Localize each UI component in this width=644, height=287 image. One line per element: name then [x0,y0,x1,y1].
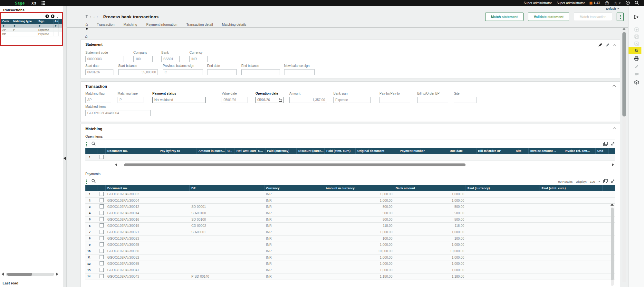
row-checkbox[interactable] [100,261,104,265]
previous-balance-sign-input[interactable]: C [163,69,203,75]
bill-to-order-bp-input[interactable] [417,97,448,103]
start-balance-input[interactable]: 55,000.00 [118,69,158,75]
bank-input[interactable]: SSB01 [161,56,180,62]
column-header[interactable]: Bank amount [394,185,466,191]
company-input[interactable]: 100 [133,56,153,62]
column-header[interactable]: Discount (curre... [297,148,325,154]
section-home-icon[interactable]: ⌂ [85,34,88,39]
row-checkbox[interactable] [100,255,104,259]
next-record-icon[interactable] [51,14,54,18]
operation-date-input[interactable]: 05/01/26 [255,97,284,103]
table-row[interactable]: BPExpense [1,32,62,36]
collapse-panel-icon[interactable] [63,157,66,160]
validate-statement-button[interactable]: Validate statement [528,13,569,21]
favorites-caret-icon[interactable] [619,3,621,4]
left-panel-hscrollbar[interactable] [0,272,63,276]
sage-logo[interactable]: Sage [15,1,25,5]
row-checkbox[interactable] [100,274,104,278]
column-header[interactable]: Pay-by/Pay-to [158,148,197,154]
package-icon[interactable] [629,79,644,86]
column-header[interactable]: Paid (currency) [265,148,297,154]
column-header[interactable]: Payment number [398,148,448,154]
row-checkbox[interactable] [100,249,104,253]
site-input[interactable] [454,97,476,103]
move-bottom-icon[interactable]: ↓ [97,15,98,18]
filter-funnel-icon[interactable] [12,24,37,28]
collapse-statement-icon[interactable] [613,44,616,48]
move-down-icon[interactable]: ↓ [93,15,95,18]
payments-expand-icon[interactable] [611,179,615,184]
comment-icon[interactable] [629,71,644,78]
scroll-right-icon[interactable] [612,163,614,166]
table-row[interactable]: 13GGOC/102PAI/3/0041INR1,000.001,000.00 [85,267,615,273]
view-selector[interactable]: Default [606,7,619,10]
favorites-star-icon[interactable]: ☆ [614,1,617,5]
compass-icon[interactable] [626,1,630,5]
column-header[interactable]: Invoice ref. amt... [563,148,596,154]
column-header[interactable]: Document no. [106,148,158,154]
open-items-expand-icon[interactable] [611,142,615,146]
bank-sign-input[interactable]: Expense [333,97,371,103]
column-header[interactable]: Due date [448,148,476,154]
search-icon[interactable] [635,1,639,5]
column-header[interactable]: Paid (currency) [466,185,540,191]
scroll-up-icon[interactable] [622,28,626,30]
column-header[interactable]: Amount in currency [324,185,394,191]
table-row[interactable]: 3GGOC/102PAI/3/0012SD-00001INR500.00500.… [85,204,615,210]
payments-menu-icon[interactable] [86,180,87,184]
scroll-up-icon[interactable] [610,203,614,206]
column-header[interactable]: Und [596,148,609,154]
prev-record-icon[interactable] [45,14,49,18]
scroll-right-icon[interactable] [56,273,58,276]
filter-funnel-icon[interactable] [1,24,12,28]
filter-funnel-icon[interactable] [53,24,59,28]
payments-search-icon[interactable] [91,179,96,184]
expand-panel-icon[interactable] [56,15,59,18]
apps-grid-icon[interactable] [42,1,45,5]
column-header[interactable]: Amount in curre... [197,148,226,154]
column-header[interactable]: Ref. amt. curr. [235,148,256,154]
table-row[interactable]: 8GGOC/102PAI/3/0023INR100.00100.00 [85,236,615,242]
column-header[interactable]: Code [1,19,12,24]
exit-icon[interactable] [629,13,644,20]
column-header[interactable]: BP [190,185,264,191]
help-icon[interactable]: ? [605,1,609,5]
row-checkbox[interactable] [100,230,104,234]
column-header[interactable]: Paid (stmt. curr.) [540,185,603,191]
scroll-thumb[interactable] [611,208,614,280]
row-checkbox[interactable] [100,217,104,221]
payment-status-input[interactable]: Not validated [152,97,206,103]
end-date-input[interactable] [207,69,237,75]
end-balance-input[interactable] [241,69,280,75]
pay-by-pay-to-input[interactable] [380,97,410,103]
row-checkbox[interactable] [100,268,104,272]
matched-items-input[interactable]: GGOP/103PAI/4/0004 [85,110,151,116]
match-transaction-button[interactable]: Match transaction [574,13,612,21]
table-row[interactable]: 1GGOC/102PAI/3/0002INR1,000.001,000.00 [85,191,615,198]
row-checkbox[interactable] [100,155,104,159]
table-row[interactable]: 14GGOC/102PAI/3/0043P-SD-00140INR1,180.0… [85,273,615,280]
save-icon[interactable] [629,33,644,40]
open-items-search-icon[interactable] [91,141,96,147]
table-row[interactable]: 9GGOC/102PAI/3/0025INR1,000.001,000.00 [85,242,615,248]
tab-matching-details[interactable]: Matching details [222,23,246,26]
scroll-thumb[interactable] [622,32,626,116]
table-row[interactable]: APPExpense [1,28,62,32]
home-tab-icon[interactable]: ⌂ [85,22,88,26]
column-header[interactable]: Sign [37,19,53,24]
move-up-icon[interactable]: ↑ [90,15,91,18]
currency-input[interactable]: INR [189,56,208,62]
column-header[interactable]: Matching type [12,19,37,24]
scroll-left-icon[interactable] [2,273,4,276]
table-row[interactable]: 11GGOC/102PAI/3/0032INR1,000.001,000.00 [85,255,615,261]
column-header[interactable]: Bill-to/Order BP [476,148,514,154]
column-header[interactable]: C... [226,148,235,154]
row-checkbox[interactable] [100,192,104,196]
display-caret-icon[interactable] [598,181,600,182]
tab-payment-information[interactable]: Payment information [146,23,177,26]
scroll-thumb[interactable] [7,273,32,276]
table-row[interactable]: 7GGOC/102PAI/3/0021SD-00001INR1,000.001,… [85,229,615,236]
delete-icon[interactable] [629,40,644,47]
new-record-icon[interactable] [629,26,644,33]
row-checkbox[interactable] [100,204,104,208]
